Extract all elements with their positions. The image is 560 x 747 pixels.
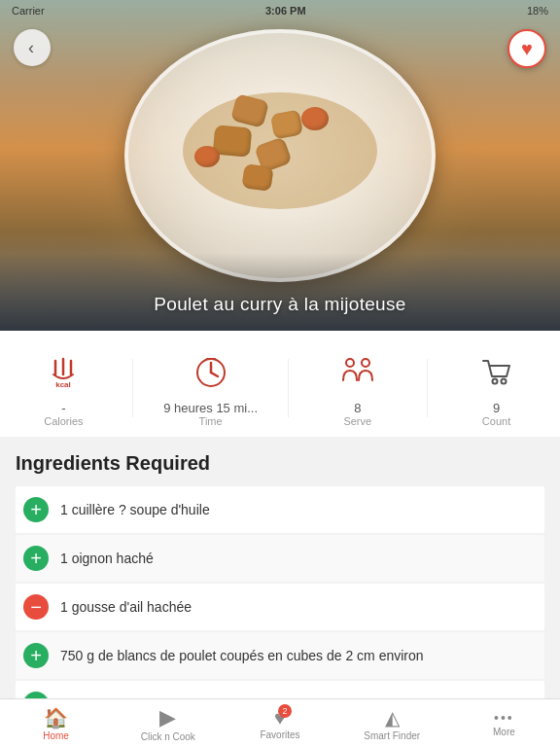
sauce [183, 92, 377, 209]
stat-count: 9 Count [458, 348, 536, 427]
svg-text:kcal: kcal [56, 380, 72, 389]
favorite-button[interactable]: ♥ [508, 29, 546, 68]
ingredient-text: 1 cuillère ? soupe d'huile [60, 502, 210, 517]
stats-row: kcal - Calories 9 heures 15 mi... Time [0, 331, 560, 437]
play-icon: ▶ [159, 705, 176, 730]
svg-point-8 [346, 359, 354, 367]
nav-more[interactable]: ••• More [448, 699, 560, 747]
add-ingredient-button[interactable]: + [23, 643, 49, 668]
count-label: Count [482, 415, 510, 427]
nav-favorites[interactable]: ♥ 2 Favorites [224, 699, 335, 747]
clock-icon [192, 353, 230, 392]
calories-icon-wrap: kcal [44, 348, 83, 397]
ingredient-text: 1 oignon haché [60, 551, 154, 566]
add-ingredient-button[interactable]: + [23, 497, 49, 522]
serve-label: Serve [343, 415, 371, 427]
nav-clickncook[interactable]: ▶ Click n Cook [112, 699, 224, 747]
calories-value: - [61, 401, 65, 415]
divider-3 [427, 359, 428, 417]
calories-icon: kcal [44, 353, 83, 392]
heart-icon: ♥ [521, 38, 533, 60]
time-label: 3:06 PM [265, 5, 306, 17]
recipe-title: Poulet au curry à la mijoteuse [0, 294, 560, 315]
ingredients-title: Ingredients Required [16, 452, 544, 475]
stat-serve: 8 Serve [319, 348, 397, 427]
divider-2 [288, 359, 289, 417]
nav-home[interactable]: 🏠 Home [0, 699, 112, 747]
back-button[interactable]: ‹ [14, 29, 51, 66]
ingredient-item: +1 oignon haché [16, 535, 544, 582]
nav-clickncook-label: Click n Cook [141, 731, 195, 742]
ingredient-item: −1 gousse d'ail hachée [16, 584, 544, 630]
svg-line-6 [211, 373, 218, 376]
back-chevron-icon: ‹ [28, 38, 34, 58]
serve-icon-wrap [338, 348, 377, 397]
svg-point-9 [362, 359, 369, 367]
svg-point-10 [492, 379, 497, 384]
nav-smartfinder-label: Smart Finder [364, 730, 420, 741]
svg-point-11 [501, 379, 506, 384]
time-value: 9 heures 15 mi... [163, 401, 258, 415]
nav-home-label: Home [43, 730, 69, 741]
nav-more-label: More [493, 727, 515, 737]
ingredient-text: 1 gousse d'ail hachée [60, 599, 192, 615]
status-bar: Carrier 3:06 PM 18% [0, 0, 560, 21]
count-icon-wrap [477, 348, 516, 397]
nav-smartfinder[interactable]: ◭ Smart Finder [336, 699, 448, 747]
time-label: Time [199, 415, 223, 427]
ingredient-item: +1 cuillère ? soupe d'huile [16, 486, 544, 533]
add-ingredient-button[interactable]: + [23, 546, 49, 571]
more-icon: ••• [494, 710, 514, 726]
cart-icon [477, 353, 516, 392]
people-icon [338, 353, 377, 392]
smartfinder-icon: ◭ [385, 706, 400, 729]
carrier-label: Carrier [12, 5, 45, 17]
stat-time: 9 heures 15 mi... Time [163, 348, 258, 427]
time-icon-wrap [192, 348, 230, 397]
home-icon: 🏠 [44, 706, 68, 729]
calories-label: Calories [44, 415, 83, 427]
divider-1 [132, 359, 133, 417]
remove-ingredient-button[interactable]: − [23, 594, 49, 620]
battery-label: 18% [527, 5, 548, 17]
serve-value: 8 [354, 401, 361, 415]
nav-favorites-label: Favorites [260, 729, 299, 740]
ingredient-item: +750 g de blancs de poulet coupés en cub… [16, 632, 544, 679]
favorites-badge: 2 [278, 704, 292, 718]
hero-overlay [0, 253, 560, 331]
count-value: 9 [493, 401, 500, 415]
hero-image: Poulet au curry à la mijoteuse ‹ ♥ [0, 0, 560, 331]
ingredient-text: 750 g de blancs de poulet coupés en cube… [60, 648, 424, 663]
bottom-nav: 🏠 Home ▶ Click n Cook ♥ 2 Favorites ◭ Sm… [0, 698, 560, 747]
stat-calories: kcal - Calories [24, 348, 102, 427]
